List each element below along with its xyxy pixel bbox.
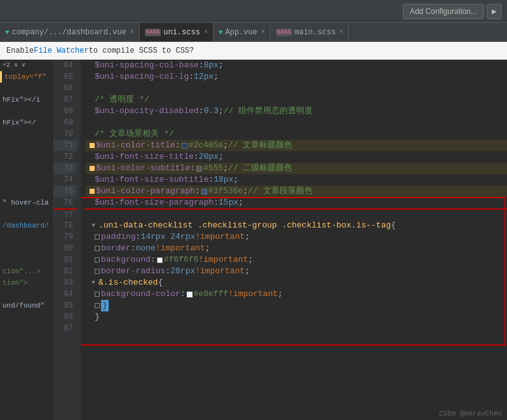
gutter-square-81: [95, 257, 100, 262]
code-editor[interactable]: 64 65 66 67 68 69 70 71 72 73 74 75 76 7…: [54, 60, 507, 420]
code-line-65: $uni-spacing-col-lg: 12px;: [86, 71, 507, 83]
code-line-67: /* 透明度 */: [86, 94, 507, 105]
tab-uniscss[interactable]: SASS uni.scss ×: [140, 23, 213, 42]
code-line-74: $uni-font-size-subtitle: 18px;: [86, 174, 507, 186]
ln-73: 73: [54, 163, 77, 174]
file-watcher-bar: Enable File Watcher to compile SCSS to C…: [0, 42, 507, 60]
ln-82: 82: [54, 266, 77, 277]
ln-74: 74: [54, 174, 77, 186]
sass-icon-main: SASS: [276, 29, 292, 36]
code-line-72: $uni-font-size-title: 20px;: [86, 151, 507, 163]
code-line-68: $uni-opacity-disabled: 0.3; // 组件禁用态的透明度: [86, 105, 507, 117]
code-line-79: padding: 14rpx 24rpx !important;: [86, 231, 507, 243]
code-line-66: [86, 83, 507, 94]
play-button[interactable]: ▶: [487, 4, 502, 19]
vue-icon: ▼: [5, 29, 10, 36]
file-watcher-link[interactable]: File Watcher: [34, 46, 88, 55]
ln-67: 67: [54, 94, 77, 105]
tab-uniscss-label: uni.scss: [163, 28, 200, 37]
ln-83: 83: [54, 277, 77, 288]
sidebar-snippet-16: [0, 243, 53, 254]
ln-87: 87: [54, 323, 77, 334]
code-line-78: ▼ .uni-data-checklist .checklist-group .…: [86, 220, 507, 231]
tab-dashboard[interactable]: ▼ company/.../dashboard.vue ×: [0, 23, 140, 42]
code-line-84: background-color: #e8efff !important;: [86, 288, 507, 300]
ln-77: 77: [54, 208, 77, 220]
sidebar-snippet-4: [0, 105, 53, 117]
tab-appvue[interactable]: ▼ App.vue ×: [213, 23, 271, 42]
gutter-yellow-73: [90, 166, 95, 171]
close-icon-app[interactable]: ×: [261, 29, 265, 36]
line-numbers: 64 65 66 67 68 69 70 71 72 73 74 75 76 7…: [54, 60, 81, 420]
close-icon[interactable]: ×: [130, 29, 134, 36]
vue-icon-app: ▼: [219, 29, 223, 36]
code-content: $uni-spacing-col-base: 8px; $uni-spacing…: [81, 60, 507, 420]
close-icon-main[interactable]: ×: [339, 29, 343, 36]
sidebar-snippet-13: [0, 208, 53, 220]
code-line-69: [86, 117, 507, 128]
ln-64: 64: [54, 60, 77, 71]
code-line-73: $uni-color-subtitle: #555; // 二级标题颜色: [86, 163, 507, 174]
sidebar-snippet-15: [0, 231, 53, 243]
ln-66: 66: [54, 83, 77, 94]
sidebar-snippet-1: toplay="f": [0, 71, 53, 83]
play-icon: ▶: [492, 6, 497, 17]
sidebar-snippet-11: [0, 186, 53, 197]
ln-84: 84: [54, 288, 77, 300]
ln-70: 70: [54, 128, 77, 140]
sidebar-snippet-8: [0, 151, 53, 163]
gutter-yellow-75: [90, 189, 95, 194]
watermark: CSDN @HerayChen: [439, 410, 502, 417]
color-swatch-bg: [157, 257, 163, 263]
main-area: ⚡2 ∧ ∨ toplay="f" hFix"></i hFix"></ " h…: [0, 60, 507, 420]
sidebar-snippet-17: [0, 254, 53, 266]
ln-65: 65: [54, 71, 77, 83]
color-swatch-title: [182, 143, 187, 149]
sidebar-snippet-3: hFix"></i: [0, 94, 53, 105]
code-line-86: }: [86, 311, 507, 323]
tab-mainscss-label: main.scss: [295, 28, 336, 37]
ln-76: 76: [54, 197, 77, 208]
sidebar-snippet-12: " hover-cla: [0, 197, 53, 208]
ln-86: 86: [54, 311, 77, 323]
tab-mainscss[interactable]: SASS main.scss ×: [271, 23, 349, 42]
sidebar-snippet-19: tion">: [0, 277, 53, 288]
code-line-71: $uni-color-title: #2c405a; // 文章标题颜色: [86, 140, 507, 151]
gutter-square-82: [95, 269, 100, 274]
sidebar-snippet-7: [0, 140, 53, 151]
ln-79: 79: [54, 231, 77, 243]
ln-85: 85: [54, 300, 77, 311]
sidebar-snippet-14: /dashboard/: [0, 220, 53, 231]
ln-69: 69: [54, 117, 77, 128]
tab-bar: ▼ company/.../dashboard.vue × SASS uni.s…: [0, 23, 507, 42]
close-icon-uniscss[interactable]: ×: [204, 29, 208, 36]
ln-80: 80: [54, 243, 77, 254]
code-line-76: $uni-font-size-paragraph: 15px;: [86, 197, 507, 208]
code-line-82: border-radius: 28rpx !important;: [86, 266, 507, 277]
file-watcher-text1: Enable: [6, 46, 34, 55]
sidebar-snippet-18: cion"...>: [0, 266, 53, 277]
code-line-75: $uni-color-paragraph: #3f536e; // 文章段落颜色: [86, 186, 507, 197]
fold-button-83[interactable]: ▼: [90, 279, 97, 287]
fold-button-78[interactable]: ▼: [90, 222, 97, 229]
code-line-83: ▼ &.is-checked {: [86, 277, 507, 288]
left-sidebar: ⚡2 ∧ ∨ toplay="f" hFix"></i hFix"></ " h…: [0, 60, 54, 420]
top-toolbar: Add Configuration... ▶: [0, 0, 507, 23]
sidebar-snippet-10: [0, 174, 53, 186]
sidebar-snippet-5: hFix"></: [0, 117, 53, 128]
sass-icon: SASS: [145, 29, 161, 36]
code-line-77: [84, 208, 507, 220]
gutter-square-84: [95, 292, 100, 297]
color-swatch-subtitle: [196, 166, 202, 172]
code-line-87: [86, 323, 507, 334]
tab-dashboard-label: company/.../dashboard.vue: [12, 28, 126, 37]
sidebar-snippet-20: [0, 288, 53, 300]
color-swatch-paragraph: [201, 189, 207, 194]
add-configuration-button[interactable]: Add Configuration...: [403, 4, 484, 19]
gutter-square-79: [95, 234, 100, 240]
add-config-label: Add Configuration...: [410, 7, 477, 16]
gutter-square-80: [95, 246, 100, 251]
ln-72: 72: [54, 151, 77, 163]
sidebar-snippet-6: [0, 128, 53, 140]
sidebar-counter: ⚡2 ∧ ∨: [0, 60, 53, 71]
